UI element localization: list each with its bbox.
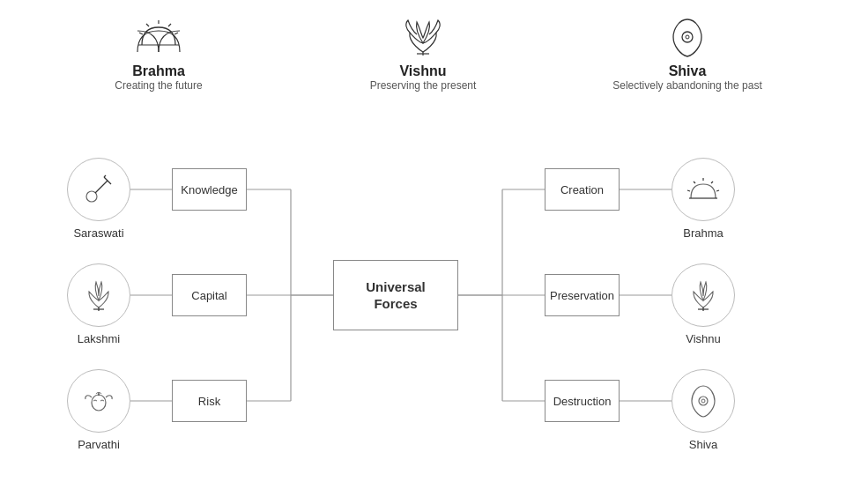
- preservation-label: Preservation: [550, 289, 614, 302]
- vishnu-top-name: Vishnu: [399, 63, 446, 79]
- preservation-box: Preservation: [545, 274, 620, 316]
- parvathi-label: Parvathi: [59, 438, 138, 451]
- svg-line-3: [139, 33, 143, 34]
- shiva-top-icon: [661, 16, 714, 60]
- svg-line-4: [174, 33, 178, 34]
- brahma-right-icon: [686, 175, 721, 204]
- vishnu-right-icon: [686, 279, 721, 311]
- knowledge-label: Knowledge: [181, 183, 237, 196]
- shiva-right-node: Shiva: [672, 369, 735, 433]
- deity-top-brahma: Brahma Creating the future: [79, 16, 238, 92]
- svg-point-45: [701, 399, 705, 403]
- svg-line-40: [716, 190, 719, 191]
- destruction-box: Destruction: [545, 380, 620, 422]
- destruction-label: Destruction: [553, 395, 612, 408]
- brahma-top-icon: [132, 16, 185, 60]
- parvathi-node: Parvathi: [67, 369, 130, 433]
- brahma-top-name: Brahma: [132, 63, 185, 79]
- vishnu-top-subtitle: Preserving the present: [370, 79, 477, 92]
- shiva-top-name: Shiva: [669, 63, 707, 79]
- knowledge-box: Knowledge: [172, 168, 247, 211]
- brahma-right-node: Brahma: [672, 158, 735, 221]
- creation-label: Creation: [560, 183, 604, 196]
- svg-point-9: [686, 35, 689, 39]
- diagram: Saraswati Lakshmi: [0, 137, 846, 489]
- svg-point-44: [699, 397, 708, 405]
- svg-line-2: [168, 24, 171, 26]
- vishnu-top-icon: [397, 16, 449, 60]
- saraswati-icon: [83, 174, 115, 205]
- capital-box: Capital: [172, 274, 247, 316]
- svg-line-38: [711, 182, 713, 183]
- svg-line-39: [687, 190, 690, 191]
- risk-label: Risk: [198, 395, 220, 408]
- lakshmi-icon: [81, 279, 116, 311]
- saraswati-label: Saraswati: [59, 226, 138, 240]
- brahma-top-subtitle: Creating the future: [115, 79, 202, 92]
- capital-label: Capital: [191, 289, 226, 302]
- creation-box: Creation: [545, 168, 620, 211]
- parvathi-icon: [81, 385, 116, 417]
- page: Brahma Creating the future Vishnu Preser…: [0, 0, 846, 504]
- center-label: Universal Forces: [366, 278, 426, 313]
- shiva-right-icon: [689, 383, 717, 419]
- lakshmi-label: Lakshmi: [59, 332, 138, 345]
- shiva-top-subtitle: Selectively abandoning the past: [612, 79, 761, 92]
- svg-point-8: [682, 32, 693, 42]
- svg-line-31: [104, 175, 106, 177]
- deity-top-shiva: Shiva Selectively abandoning the past: [608, 16, 767, 92]
- svg-line-1: [146, 24, 149, 26]
- center-box: Universal Forces: [333, 260, 458, 330]
- vishnu-right-label: Vishnu: [664, 332, 743, 345]
- deity-top-vishnu: Vishnu Preserving the present: [344, 16, 502, 92]
- risk-box: Risk: [172, 380, 247, 422]
- lakshmi-node: Lakshmi: [67, 263, 130, 327]
- vishnu-right-node: Vishnu: [672, 263, 735, 327]
- svg-point-34: [92, 395, 106, 411]
- top-section: Brahma Creating the future Vishnu Preser…: [0, 0, 846, 92]
- shiva-right-label: Shiva: [664, 438, 743, 451]
- svg-line-37: [694, 182, 695, 183]
- svg-line-29: [95, 181, 108, 193]
- saraswati-node: Saraswati: [67, 158, 130, 221]
- brahma-right-label: Brahma: [664, 226, 743, 240]
